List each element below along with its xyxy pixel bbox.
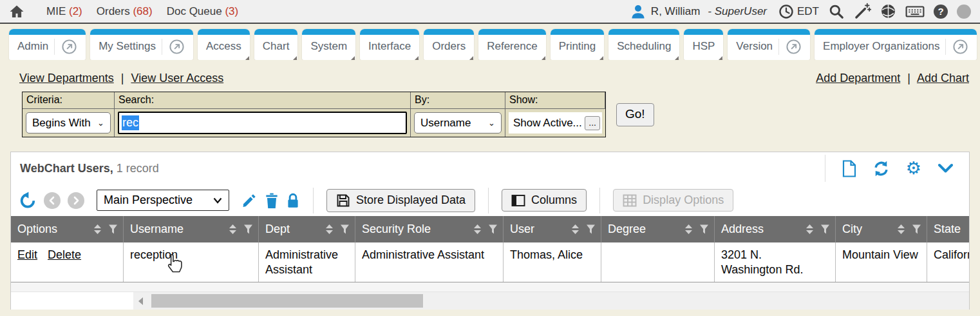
tab-access[interactable]: Access <box>198 29 250 60</box>
horizontal-scrollbar[interactable] <box>133 292 969 310</box>
gear-icon[interactable]: ⚙ <box>906 160 921 177</box>
globe-icon[interactable] <box>880 3 896 19</box>
tab-hsp[interactable]: HSP <box>684 29 723 60</box>
tab-admin[interactable]: Admin <box>9 29 86 60</box>
timezone-indicator[interactable]: EDT <box>778 4 819 19</box>
tab-scheduling[interactable]: Scheduling <box>608 29 679 60</box>
external-link-icon <box>54 39 77 55</box>
tab-my-settings[interactable]: My Settings <box>90 29 193 60</box>
mie-count: (2) <box>69 5 82 17</box>
column-header-username[interactable]: Username <box>123 216 258 242</box>
undo-icon[interactable] <box>19 192 37 210</box>
search-icon[interactable] <box>828 3 845 20</box>
chevron-down-icon <box>213 197 222 204</box>
tab-chart[interactable]: Chart <box>254 29 298 60</box>
tab-version[interactable]: Version <box>728 29 810 60</box>
filter-icon[interactable] <box>820 224 830 234</box>
sort-icon[interactable] <box>684 224 693 235</box>
show-filter-field[interactable]: Show Active... ... <box>509 112 602 133</box>
nav-doc-queue[interactable]: Doc Queue (3) <box>167 5 239 18</box>
display-options-button[interactable]: Display Options <box>613 189 733 212</box>
nav-orders[interactable]: Orders (68) <box>97 5 153 18</box>
tab-interface[interactable]: Interface <box>360 29 419 60</box>
column-header-city[interactable]: City <box>835 216 927 242</box>
store-displayed-data-button[interactable]: Store Displayed Data <box>326 189 475 212</box>
criteria-select[interactable]: Begins With ⌄ <box>26 112 111 133</box>
scroll-left-arrow-icon[interactable] <box>138 297 143 305</box>
view-user-access-link[interactable]: View User Access <box>131 72 223 84</box>
cell-state: California <box>927 242 969 282</box>
view-departments-link[interactable]: View Departments <box>19 72 114 84</box>
collapse-chevron-icon[interactable] <box>938 163 954 174</box>
presence-indicator-icon[interactable] <box>957 5 971 19</box>
keyboard-icon[interactable] <box>905 4 925 19</box>
help-icon[interactable]: ? <box>934 5 948 19</box>
lock-icon[interactable] <box>286 192 300 209</box>
magic-wand-icon[interactable] <box>854 3 871 20</box>
new-document-icon[interactable] <box>842 160 856 177</box>
menu-corner-icon <box>468 56 473 60</box>
record-count: 1 record <box>117 162 159 175</box>
table-body-filler <box>11 282 969 292</box>
add-department-link[interactable]: Add Department <box>816 72 900 84</box>
column-header-user[interactable]: User <box>503 216 601 242</box>
tab-employer-organizations[interactable]: Employer Organizations <box>815 29 977 60</box>
nav-mie[interactable]: MIE (2) <box>46 5 82 18</box>
go-button[interactable]: Go! <box>616 103 654 126</box>
tab-system[interactable]: System <box>302 29 355 60</box>
orders-count: (68) <box>133 5 152 17</box>
tab-reference[interactable]: Reference <box>478 29 545 60</box>
external-link-icon <box>778 39 802 55</box>
user-name: R, William <box>651 5 701 18</box>
by-select[interactable]: Username ⌄ <box>414 112 502 133</box>
menu-corner-icon <box>413 56 419 60</box>
filter-icon[interactable] <box>108 224 118 234</box>
sort-icon[interactable] <box>473 224 482 235</box>
sort-icon[interactable] <box>93 224 102 235</box>
sort-icon[interactable] <box>571 224 580 235</box>
sort-icon[interactable] <box>806 224 814 235</box>
filter-icon[interactable] <box>586 224 596 234</box>
webchart-users-panel: WebChart Users, 1 record ⚙ Main Per <box>10 152 970 310</box>
perspective-select[interactable]: Main Perspective <box>97 190 229 211</box>
filter-icon[interactable] <box>488 224 498 234</box>
show-options-button[interactable]: ... <box>585 116 600 130</box>
menu-corner-icon <box>540 56 545 60</box>
tab-printing[interactable]: Printing <box>551 29 605 60</box>
panel-title: WebChart Users, 1 record <box>20 162 159 175</box>
refresh-icon[interactable] <box>872 160 890 177</box>
search-input[interactable]: rec <box>118 112 407 134</box>
scrollbar-thumb[interactable] <box>151 294 423 308</box>
filter-icon[interactable] <box>340 224 350 234</box>
column-header-address[interactable]: Address <box>714 216 835 242</box>
panel-header: WebChart Users, 1 record ⚙ <box>11 152 969 184</box>
cell-username: reception <box>123 242 258 282</box>
previous-button[interactable] <box>44 192 61 209</box>
home-icon <box>9 4 24 19</box>
column-header-security-role[interactable]: Security Role <box>355 216 503 242</box>
chevron-down-icon: ⌄ <box>97 118 104 128</box>
sort-icon[interactable] <box>229 224 237 235</box>
column-header-state[interactable]: State <box>927 216 969 242</box>
user-menu[interactable]: R, William - SuperUser <box>630 4 767 19</box>
home-button[interactable] <box>9 4 24 19</box>
next-button[interactable] <box>68 192 84 209</box>
cell-city: Mountain View <box>835 242 927 282</box>
cell-address: 3201 N. Washington Rd. <box>714 242 835 282</box>
add-chart-link[interactable]: Add Chart <box>917 72 969 84</box>
column-header-options[interactable]: Options <box>11 216 123 242</box>
delete-perspective-icon[interactable] <box>265 192 279 209</box>
edit-perspective-icon[interactable] <box>241 192 258 208</box>
filter-icon[interactable] <box>243 224 253 234</box>
column-header-dept[interactable]: Dept <box>258 216 355 242</box>
user-search-form: Criteria: Search: By: Show: Begins With … <box>22 92 980 137</box>
delete-link[interactable]: Delete <box>48 248 81 261</box>
edit-link[interactable]: Edit <box>17 248 37 261</box>
tab-orders[interactable]: Orders <box>424 29 474 60</box>
sort-icon[interactable] <box>325 224 334 235</box>
columns-button[interactable]: Columns <box>502 189 587 212</box>
sort-icon[interactable] <box>897 224 905 235</box>
filter-icon[interactable] <box>699 224 709 234</box>
column-header-degree[interactable]: Degree <box>601 216 714 242</box>
filter-icon[interactable] <box>912 224 921 234</box>
